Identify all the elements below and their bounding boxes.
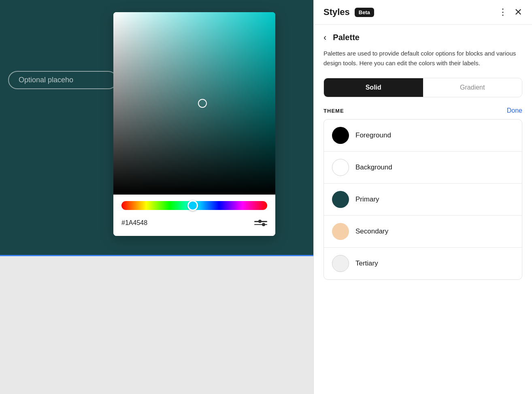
color-item-background[interactable]: Background (324, 152, 522, 184)
hex-digits: 1A4548 (125, 219, 147, 226)
solid-gradient-tabs: Solid Gradient (323, 78, 522, 97)
palette-description: Palettes are used to provide default col… (314, 42, 532, 78)
color-picker-popup: #1A4548 (113, 12, 275, 236)
header-actions: ⋮ ✕ (498, 6, 522, 18)
canvas-area: Optional placeho #1A4548 (0, 0, 313, 394)
background-swatch (332, 159, 349, 176)
primary-label: Primary (355, 195, 379, 203)
color-list: Foreground Background Primary Secondary (323, 119, 522, 280)
color-picker-controls: #1A4548 (113, 195, 275, 236)
foreground-label: Foreground (355, 131, 391, 139)
theme-section: THEME Done Foreground Background Primary (314, 107, 532, 280)
beta-badge: Beta (355, 8, 374, 17)
foreground-swatch (332, 127, 349, 144)
styles-panel-header: Styles Beta ⋮ ✕ (314, 0, 532, 25)
styles-title-group: Styles Beta (323, 7, 374, 17)
color-gradient-canvas[interactable] (113, 12, 275, 195)
canvas-bottom-area (0, 256, 313, 394)
canvas-placeholder-input: Optional placeho (8, 71, 117, 89)
color-picker-handle (198, 99, 207, 108)
color-item-primary[interactable]: Primary (324, 184, 522, 216)
panel-body: ‹ Palette Palettes are used to provide d… (314, 25, 532, 394)
theme-label: THEME (323, 108, 344, 114)
palette-title: Palette (333, 33, 360, 42)
tertiary-label: Tertiary (355, 259, 378, 268)
palette-header: ‹ Palette (314, 25, 532, 42)
sliders-icon[interactable] (254, 216, 267, 229)
tertiary-swatch (332, 255, 349, 272)
tab-solid[interactable]: Solid (324, 78, 423, 97)
hue-slider-container (121, 201, 267, 210)
theme-section-header: THEME Done (323, 107, 522, 114)
blue-accent-line (0, 255, 313, 256)
hue-slider-handle[interactable] (187, 200, 198, 211)
hue-slider[interactable] (121, 201, 267, 210)
hex-value-display[interactable]: #1A4548 (121, 219, 147, 227)
tab-gradient[interactable]: Gradient (423, 78, 522, 97)
close-panel-icon[interactable]: ✕ (514, 6, 522, 18)
background-label: Background (355, 163, 392, 171)
hex-row: #1A4548 (121, 216, 267, 229)
color-item-tertiary[interactable]: Tertiary (324, 248, 522, 279)
secondary-label: Secondary (355, 227, 388, 236)
hex-hash: # (121, 219, 125, 226)
styles-panel-title: Styles (323, 7, 350, 17)
color-item-foreground[interactable]: Foreground (324, 120, 522, 152)
back-button[interactable]: ‹ (323, 33, 326, 42)
slider-line-2 (254, 224, 267, 225)
more-options-icon[interactable]: ⋮ (498, 7, 508, 17)
primary-swatch (332, 191, 349, 208)
styles-panel: Styles Beta ⋮ ✕ ‹ Palette Palettes are u… (313, 0, 532, 394)
slider-line-1 (254, 221, 267, 222)
color-item-secondary[interactable]: Secondary (324, 216, 522, 248)
secondary-swatch (332, 223, 349, 240)
done-button[interactable]: Done (507, 107, 522, 114)
